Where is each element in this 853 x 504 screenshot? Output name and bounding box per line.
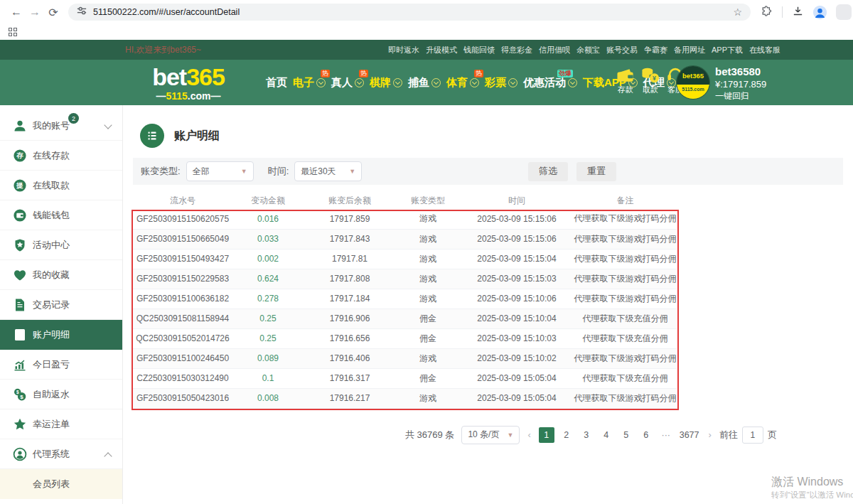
bookmark-star-icon[interactable]: ☆ [733,6,742,18]
cell: 17916.906 [304,309,396,328]
sidebar-item-11[interactable]: 幸运注单 [0,409,122,439]
sidebar-item-5[interactable]: 活动中心 [0,230,122,260]
sidebar-item-12[interactable]: 代理系统 [0,439,122,469]
deposit-wallet-icon [616,67,635,84]
cell: 代理获取下级游戏打码分佣 [574,269,677,289]
notification-badge: 2 [68,113,79,124]
page-button[interactable]: 3 [579,427,594,443]
user-icon [13,119,27,133]
topbar-link[interactable]: 即时返水 [388,45,419,55]
svg-text:¥: ¥ [653,75,656,82]
downloads-icon[interactable] [792,5,804,20]
brand-chip: bet365 5115.com [677,66,709,99]
logo-sub-num: 5115 [166,90,187,102]
nav-item-8[interactable]: 优惠活动劲爆 [522,76,579,90]
sidebar-item-8[interactable]: 账户明细 [0,320,122,350]
nav-item-6[interactable]: 体育热 [445,76,481,90]
topbar-link[interactable]: 信用借呗 [539,45,570,55]
svg-text:提: 提 [16,181,23,189]
sidebar-menu: 我的账号2存在线存款提在线取款钱能钱包活动中心我的收藏交易记录账户明细今日盈亏$… [0,105,123,504]
sidebar-item-10[interactable]: $$自助返水 [0,380,122,409]
cell: GF25030915100246450 [133,348,232,368]
sidebar-item-7[interactable]: 交易记录 [0,290,122,320]
cell: 代理获取下级游戏打码分佣 [574,289,677,309]
site-settings-icon[interactable] [77,6,87,18]
topbar-link[interactable]: 得意彩金 [501,45,532,55]
cell: 游戏 [396,249,460,269]
cell: 游戏 [396,269,460,289]
time-select[interactable]: 最近30天 ▼ [294,161,362,181]
sidebar-item-4[interactable]: 钱能钱包 [0,200,122,230]
chevron-down-icon [316,78,326,87]
prev-page-icon[interactable]: ‹ [527,429,531,440]
per-page-select[interactable]: 10 条/页 ▼ [461,426,520,444]
cell: 17917.184 [304,289,396,309]
topbar-link[interactable]: 钱能回馈 [463,45,495,55]
topbar-link[interactable]: 备用网址 [674,45,705,55]
page-button[interactable]: 6 [638,427,654,443]
nav-item-7[interactable]: 彩票 [483,76,519,90]
next-page-icon[interactable]: › [708,429,712,440]
nav-item-3[interactable]: 真人热 [330,76,365,90]
nav-item-5[interactable]: 捕鱼 [407,76,442,90]
page-button[interactable]: 2 [559,427,574,443]
topbar-link[interactable]: 在线客服 [749,45,780,55]
topbar-link[interactable]: APP下载 [712,45,743,55]
type-select[interactable]: 全部 ▼ [186,161,254,181]
topbar-link[interactable]: 账号交易 [606,45,638,55]
account-detail-icon [140,124,164,148]
cell: 0.033 [232,229,304,249]
cell: 0.008 [232,388,304,408]
quick-deposit-wallet[interactable]: 存款 [616,67,635,95]
topbar-link[interactable]: 争霸赛 [644,45,667,55]
topbar-link[interactable]: 余额宝 [576,45,600,55]
withdraw-coins-icon: ¥ [640,67,660,84]
page-button[interactable]: ··· [658,427,674,443]
browser-back-icon[interactable]: ← [7,6,26,18]
welcome-text: HI,欢迎来到bet365~ [125,44,201,56]
browser-menu-chip[interactable] [836,4,852,20]
cell: 代理获取下级充值分佣 [574,368,677,388]
activity-icon [13,238,27,252]
cell: 游戏 [396,209,460,229]
site-logo[interactable]: bet365 —5115.com— [139,65,237,101]
apps-grid-icon[interactable] [9,28,17,36]
table-row: GF250309150504230160.00817916.217游戏2025-… [133,388,677,408]
one-key-recall-link[interactable]: 一键回归 [715,90,766,102]
cell: 代理获取下级充值分佣 [574,309,677,328]
column-header: 时间 [460,192,574,209]
reset-button[interactable]: 重置 [576,162,616,181]
goto-page-input[interactable] [742,427,763,444]
sidebar-item-1[interactable]: 我的账号2 [0,111,122,141]
sidebar-item-label: 今日盈亏 [33,358,70,371]
page-button[interactable]: 3677 [678,427,701,443]
address-bar[interactable]: 511500222.com/#/user/accountDetail ☆ [68,4,751,21]
sidebar-item-3[interactable]: 提在线取款 [0,171,122,200]
topbar-link[interactable]: 升级模式 [426,45,457,55]
page-button[interactable]: 1 [539,427,554,443]
nav-item-4[interactable]: 棋牌 [368,76,404,90]
sidebar-item-9[interactable]: 今日盈亏 [0,350,122,380]
sidebar-item-6[interactable]: 我的收藏 [0,260,122,290]
filter-button[interactable]: 筛选 [528,162,568,181]
sidebar-item-13[interactable]: 会员列表 [0,469,122,499]
cell: 2025-03-09 15:10:02 [460,348,574,368]
page-button[interactable]: 4 [599,427,614,443]
chevron-down-icon: ▼ [507,431,513,439]
sidebar-item-label: 交易记录 [33,299,70,311]
detail-icon [13,328,27,342]
nav-item-1[interactable]: 首页 [264,76,289,90]
browser-forward-icon[interactable]: → [26,6,44,18]
logo-sub-dash: — [156,90,166,102]
extensions-icon[interactable] [761,5,773,20]
browser-profile-icon[interactable] [813,6,827,19]
quick-withdraw-coins[interactable]: ¥取款 [640,67,660,95]
cell: GF25030915150493427 [133,249,232,269]
sidebar-item-label: 代理系统 [33,448,70,461]
toolbar-divider [782,6,783,18]
page-button[interactable]: 5 [618,427,634,443]
url-text[interactable]: 511500222.com/#/user/accountDetail [93,7,726,17]
browser-reload-icon[interactable]: ⟳ [44,6,63,19]
nav-item-2[interactable]: 电子热 [291,76,327,90]
sidebar-item-2[interactable]: 存在线存款 [0,141,122,171]
